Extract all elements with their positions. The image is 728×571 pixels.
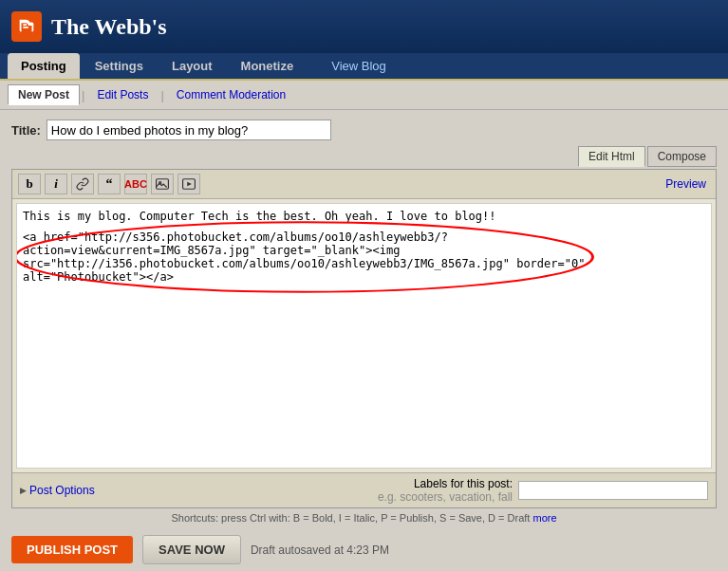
labels-input[interactable] xyxy=(518,481,708,500)
editor-html-block: <a href="http://s356.photobucket.com/alb… xyxy=(23,230,585,284)
tab-settings[interactable]: Settings xyxy=(82,53,157,79)
post-options-label: Post Options xyxy=(29,484,95,497)
spellcheck-button[interactable]: ABC xyxy=(124,174,147,194)
publish-button[interactable]: PUBLISH POST xyxy=(11,536,133,563)
toolbar: b i “ ABC xyxy=(12,170,716,199)
title-input[interactable] xyxy=(47,120,331,140)
save-button[interactable]: SAVE NOW xyxy=(142,535,241,564)
italic-button[interactable]: i xyxy=(45,174,67,194)
editor-area[interactable]: This is my blog. Computer Tech is the be… xyxy=(16,203,712,469)
edit-html-button[interactable]: Edit Html xyxy=(578,146,645,167)
shortcuts-bar: Shortcuts: press Ctrl with: B = Bold, I … xyxy=(11,508,717,527)
tab-posting[interactable]: Posting xyxy=(8,53,80,79)
sub-nav-comment-moderation[interactable]: Comment Moderation xyxy=(166,84,296,105)
blogger-logo xyxy=(11,11,42,42)
editor-content-line1: This is my blog. Computer Tech is the be… xyxy=(23,210,705,223)
post-options-row: ▶ Post Options Labels for this post: e.g… xyxy=(12,472,716,507)
post-options-triangle: ▶ xyxy=(20,486,27,495)
labels-label: Labels for this post: e.g. scooters, vac… xyxy=(378,477,513,504)
site-title: The Webb's xyxy=(51,14,167,40)
link-button[interactable] xyxy=(71,174,94,194)
shortcuts-text: Shortcuts: press Ctrl with: B = Bold, I … xyxy=(171,512,530,524)
image-button[interactable] xyxy=(151,174,174,194)
svg-marker-3 xyxy=(187,182,192,187)
editor-mode-buttons: Edit Html Compose xyxy=(11,146,717,167)
sub-nav-edit-posts[interactable]: Edit Posts xyxy=(86,84,159,105)
tab-layout[interactable]: Layout xyxy=(159,53,226,79)
title-label: Title: xyxy=(11,123,41,138)
draft-status: Draft autosaved at 4:23 PM xyxy=(251,543,389,557)
preview-link[interactable]: Preview xyxy=(665,177,710,191)
editor-wrapper: b i “ ABC xyxy=(11,169,717,508)
labels-area: Labels for this post: e.g. scooters, vac… xyxy=(378,477,708,504)
main-nav: Posting Settings Layout Monetize View Bl… xyxy=(0,53,728,81)
svg-rect-0 xyxy=(157,179,169,190)
title-row: Title: xyxy=(11,120,717,140)
post-options-link[interactable]: ▶ Post Options xyxy=(20,484,95,497)
view-blog-link[interactable]: View Blog xyxy=(318,53,400,79)
shortcuts-more-link[interactable]: more xyxy=(532,512,556,524)
sub-nav: New Post | Edit Posts | Comment Moderati… xyxy=(0,81,728,110)
header: The Webb's xyxy=(0,0,728,53)
publish-row: PUBLISH POST SAVE NOW Draft autosaved at… xyxy=(11,527,717,568)
video-button[interactable] xyxy=(177,174,200,194)
main-content: Title: Edit Html Compose b i “ ABC xyxy=(0,110,728,571)
sub-nav-new-post[interactable]: New Post xyxy=(8,84,80,105)
bold-button[interactable]: b xyxy=(18,174,41,194)
toolbar-left: b i “ ABC xyxy=(18,174,200,194)
tab-monetize[interactable]: Monetize xyxy=(228,53,308,79)
editor-html-content[interactable]: <a href="http://s356.photobucket.com/alb… xyxy=(23,230,585,284)
blockquote-button[interactable]: “ xyxy=(98,174,121,194)
compose-button[interactable]: Compose xyxy=(647,146,717,167)
